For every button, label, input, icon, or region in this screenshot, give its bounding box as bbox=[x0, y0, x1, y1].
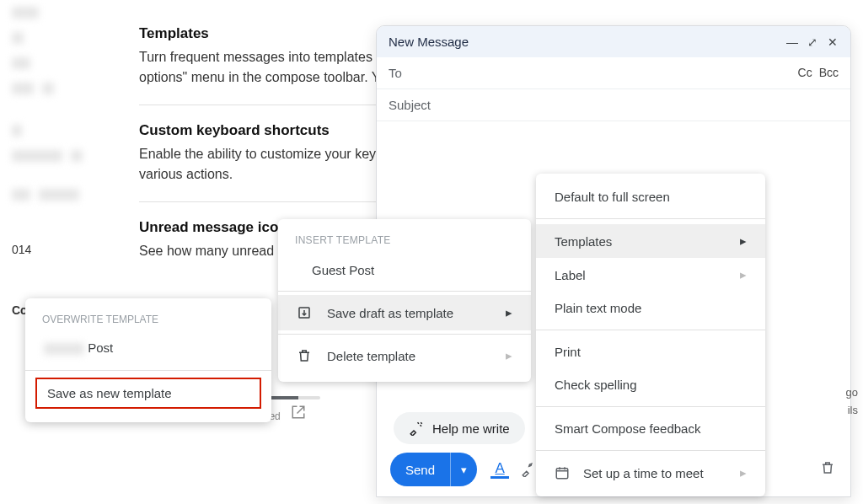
help-me-write-label: Help me write bbox=[432, 421, 510, 436]
magic-icon[interactable] bbox=[519, 460, 538, 479]
plain-text-item[interactable]: Plain text mode bbox=[536, 292, 765, 324]
format-icon[interactable]: A bbox=[490, 460, 509, 479]
bcc-button[interactable]: Bcc bbox=[819, 66, 839, 80]
truncated-right: go ils bbox=[846, 384, 858, 420]
more-options-menu: Default to full screen Templates▸ Label▸… bbox=[536, 174, 765, 496]
insert-template-menu: INSERT TEMPLATE Guest Post Save draft as… bbox=[278, 219, 531, 382]
templates-menu-item[interactable]: Templates▸ bbox=[536, 224, 765, 258]
discard-icon[interactable] bbox=[820, 460, 835, 480]
overwrite-post-item[interactable]: Post bbox=[25, 332, 271, 363]
calendar-icon bbox=[555, 465, 570, 480]
to-row[interactable]: To Cc Bcc bbox=[377, 57, 850, 89]
overwrite-post-text: Post bbox=[88, 340, 113, 355]
cc-button[interactable]: Cc bbox=[798, 66, 812, 80]
open-in-new-icon[interactable] bbox=[291, 409, 306, 422]
left-sidebar: 014 Con bbox=[0, 0, 110, 504]
chevron-right-icon: ▸ bbox=[740, 233, 747, 249]
insert-template-label: INSERT TEMPLATE bbox=[278, 228, 531, 253]
close-icon[interactable]: ✕ bbox=[827, 36, 839, 48]
spelling-item[interactable]: Check spelling bbox=[536, 368, 765, 401]
svg-rect-6 bbox=[556, 469, 568, 479]
subject-placeholder: Subject bbox=[389, 98, 431, 112]
send-label: Send bbox=[390, 453, 450, 486]
overwrite-label: OVERWRITE TEMPLATE bbox=[25, 307, 271, 332]
save-as-new-template-button[interactable]: Save as new template bbox=[35, 378, 261, 409]
guest-post-template[interactable]: Guest Post bbox=[278, 253, 531, 287]
save-icon bbox=[297, 305, 312, 320]
print-item[interactable]: Print bbox=[536, 335, 765, 368]
default-full-screen-item[interactable]: Default to full screen bbox=[536, 180, 765, 213]
smart-compose-item[interactable]: Smart Compose feedback bbox=[536, 412, 765, 445]
subject-row[interactable]: Subject bbox=[377, 89, 850, 121]
magic-pen-icon bbox=[409, 421, 424, 436]
compose-title: New Message bbox=[389, 35, 469, 49]
label-menu-item[interactable]: Label▸ bbox=[536, 258, 765, 292]
overwrite-template-popover: OVERWRITE TEMPLATE Post Save as new temp… bbox=[25, 298, 271, 422]
sidebar-year: 014 bbox=[0, 236, 110, 263]
to-label: To bbox=[389, 66, 402, 80]
chevron-right-icon: ▸ bbox=[740, 267, 747, 282]
expand-icon[interactable]: ⤢ bbox=[807, 36, 818, 48]
chevron-right-icon: ▸ bbox=[506, 305, 512, 320]
minimize-icon[interactable]: — bbox=[786, 36, 798, 48]
help-me-write-button[interactable]: Help me write bbox=[394, 412, 525, 444]
send-button[interactable]: Send ▾ bbox=[390, 453, 477, 486]
compose-header[interactable]: New Message — ⤢ ✕ bbox=[377, 26, 850, 57]
save-draft-as-template-item[interactable]: Save draft as template ▸ bbox=[278, 295, 531, 330]
chevron-right-icon: ▸ bbox=[506, 348, 512, 363]
chevron-right-icon: ▸ bbox=[740, 465, 747, 480]
set-up-time-item[interactable]: Set up a time to meet ▸ bbox=[536, 456, 765, 490]
trash-icon bbox=[297, 348, 312, 363]
delete-template-item[interactable]: Delete template ▸ bbox=[278, 338, 531, 373]
send-more-caret[interactable]: ▾ bbox=[450, 453, 477, 486]
